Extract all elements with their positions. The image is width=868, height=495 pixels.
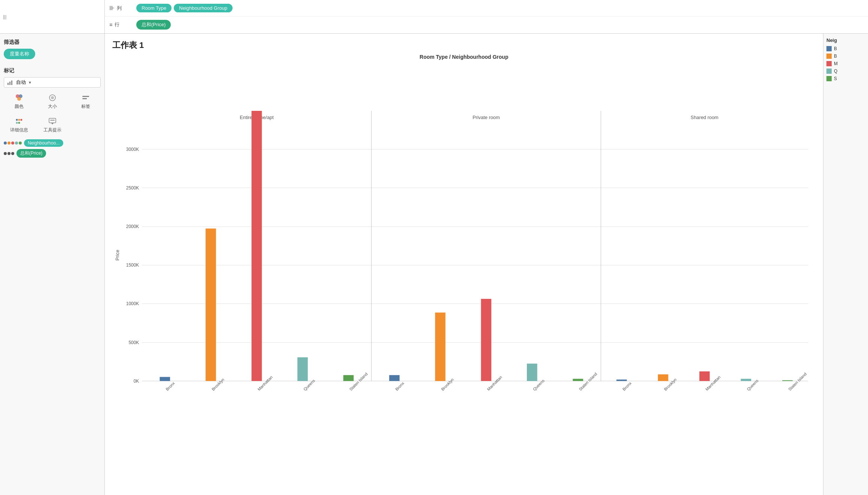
price-dots — [4, 152, 14, 155]
bar-entire-bronx[interactable] — [160, 377, 170, 381]
xlabel-private-bronx: Bronx — [394, 381, 405, 392]
dot-orange — [7, 142, 10, 145]
mark-tooltip-cell[interactable]: 工具提示 — [37, 115, 67, 136]
mark-detail-cell[interactable]: 详细信息 — [4, 115, 34, 136]
xlabel-shared-staten: Staten Island — [787, 371, 807, 391]
section-label-shared: Shared room — [691, 115, 718, 120]
bar-private-manhattan[interactable] — [481, 299, 491, 381]
dropdown-arrow: ▼ — [28, 81, 32, 85]
detail-icon — [15, 117, 23, 125]
dot-teal — [15, 142, 18, 145]
top-left-area: ||| — [0, 0, 105, 33]
row-pill-price[interactable]: 总和(Price) — [136, 20, 171, 30]
mark-color-label: 颜色 — [15, 103, 24, 110]
bar-entire-statenisland[interactable] — [343, 375, 354, 381]
dot-blue — [4, 142, 7, 145]
dot-2 — [7, 152, 10, 155]
row-label-area: ≡ 行 — [109, 21, 132, 28]
bar-shared-manhattan[interactable] — [699, 371, 710, 381]
bar-private-queens[interactable] — [527, 364, 537, 381]
legend-item-queens[interactable]: Q — [826, 69, 865, 74]
col-pill-neighbourhood[interactable]: Neighbourhood Group — [174, 4, 233, 12]
mark-field-neighbourhood[interactable]: Neighbourhoo... — [4, 139, 101, 147]
sidebar: 筛选器 度量名称 标记 自动 ▼ — [0, 34, 105, 495]
bar-entire-brooklyn[interactable] — [206, 228, 216, 381]
svg-rect-8 — [82, 96, 89, 97]
tooltip-icon — [48, 117, 57, 125]
neighbourhood-field-pill[interactable]: Neighbourhoo... — [24, 139, 63, 147]
svg-rect-17 — [142, 111, 801, 381]
worksheet-title: 工作表 1 — [105, 34, 823, 54]
svg-point-10 — [16, 119, 18, 121]
svg-point-13 — [16, 122, 18, 124]
row-label-text: 行 — [115, 21, 119, 28]
mark-size-label: 大小 — [48, 103, 57, 110]
bar-shared-statenisland[interactable] — [782, 380, 793, 381]
main-chart-svg: Price 0K 500K 1000K 1500K — [112, 61, 816, 464]
filter-pill-measure[interactable]: 度量名称 — [4, 49, 35, 59]
bar-entire-manhattan[interactable] — [252, 111, 262, 381]
bar-shared-brooklyn[interactable] — [658, 374, 668, 381]
row-icon: ≡ — [109, 22, 112, 28]
xlabel-entire-staten: Staten Island — [349, 371, 368, 391]
mark-field-price[interactable]: 总和(Price) — [4, 149, 101, 158]
svg-point-5 — [17, 97, 21, 101]
legend-color-queens — [826, 69, 832, 74]
mark-color-cell[interactable]: 颜色 — [4, 91, 34, 112]
y-axis-label: Price — [115, 250, 120, 261]
dot-green — [19, 142, 22, 145]
col-icon: ⊪ — [109, 4, 115, 12]
legend-item-brooklyn[interactable]: B — [826, 54, 865, 59]
legend-item-bronx[interactable]: B — [826, 46, 865, 51]
bar-shared-queens[interactable] — [741, 379, 751, 381]
svg-rect-1 — [9, 82, 10, 85]
ytick-1000k: 1000K — [126, 301, 139, 306]
legend-color-staten — [826, 76, 832, 81]
chart-area: Room Type / Neighbourhood Group Price — [112, 54, 816, 491]
xlabel-shared-bronx: Bronx — [622, 381, 632, 392]
mark-section: 标记 自动 ▼ 颜色 — [4, 67, 101, 158]
size-icon — [48, 94, 57, 102]
bar-shared-bronx[interactable] — [616, 380, 627, 381]
svg-point-12 — [20, 119, 22, 121]
bar-private-statenisland[interactable] — [573, 379, 583, 381]
mark-tooltip-label: 工具提示 — [43, 127, 61, 133]
mark-icons-grid: 颜色 大小 标签 — [4, 91, 101, 136]
col-row: ⊪ 列 Room Type Neighbourhood Group — [105, 0, 868, 16]
col-label-text: 列 — [117, 5, 122, 12]
legend-color-bronx — [826, 46, 832, 51]
row-row: ≡ 行 总和(Price) — [105, 16, 868, 33]
ytick-500k: 500K — [128, 340, 139, 345]
price-field-pill[interactable]: 总和(Price) — [16, 149, 46, 158]
legend-color-manhattan — [826, 61, 832, 66]
main-area: 筛选器 度量名称 标记 自动 ▼ — [0, 34, 868, 495]
legend-panel: Neig B B M Q S — [823, 34, 868, 495]
file-label: ||| — [3, 14, 6, 19]
content-area: 工作表 1 Room Type / Neighbourhood Group Pr… — [105, 34, 823, 495]
legend-item-staten[interactable]: S — [826, 76, 865, 81]
legend-label-manhattan: M — [834, 61, 838, 66]
col-pill-roomtype[interactable]: Room Type — [136, 4, 172, 12]
mark-label-label: 标签 — [81, 103, 90, 110]
svg-rect-16 — [50, 120, 55, 121]
xlabel-entire-bronx: Bronx — [165, 381, 176, 392]
legend-label-bronx: B — [834, 46, 837, 51]
top-bar: ||| ⊪ 列 Room Type Neighbourhood Group ≡ … — [0, 0, 868, 34]
mark-type-dropdown[interactable]: 自动 ▼ — [4, 77, 101, 88]
color-icon — [15, 94, 23, 102]
ytick-2000k: 2000K — [126, 224, 139, 229]
col-label-area: ⊪ 列 — [109, 4, 132, 12]
xlabel-private-staten: Staten Island — [578, 371, 598, 391]
mark-size-cell[interactable]: 大小 — [37, 91, 67, 112]
label-icon — [82, 94, 90, 102]
legend-item-manhattan[interactable]: M — [826, 61, 865, 66]
svg-rect-2 — [11, 81, 12, 85]
ytick-3000k: 3000K — [126, 147, 139, 152]
bar-chart-icon — [7, 79, 14, 86]
mark-label-cell[interactable]: 标签 — [70, 91, 101, 112]
bar-private-bronx[interactable] — [389, 375, 400, 381]
svg-point-7 — [51, 96, 54, 99]
bar-private-brooklyn[interactable] — [435, 313, 446, 381]
bar-entire-queens[interactable] — [297, 357, 308, 381]
ytick-2500k: 2500K — [126, 185, 139, 191]
